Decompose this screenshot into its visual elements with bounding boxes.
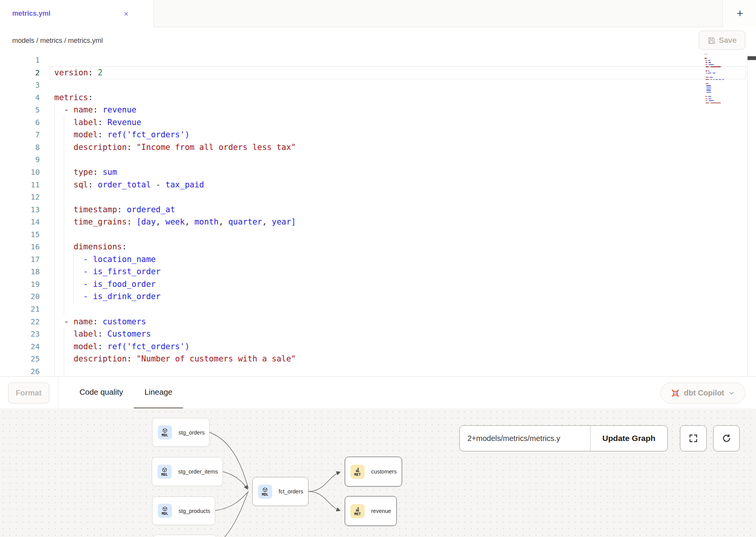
tab-code-quality[interactable]: Code quality: [69, 377, 134, 409]
code-line[interactable]: 18 - is_first_order: [0, 265, 756, 278]
node-stg-orders[interactable]: MDL stg_orders: [152, 418, 209, 447]
node-fct-orders[interactable]: MDL fct_orders: [252, 477, 308, 506]
code-text: - is_food_order: [54, 278, 156, 291]
code-line[interactable]: 3: [0, 79, 756, 91]
toolbar-divider: [58, 377, 58, 409]
code-line[interactable]: 10 type: sum: [0, 166, 756, 179]
code-text: - is_drink_order: [54, 290, 161, 303]
badge-kind: MET: [354, 512, 361, 516]
breadcrumb-row: models / metrics / metrics.yml Save: [0, 27, 756, 54]
line-number: 12: [0, 191, 40, 203]
lineage-canvas[interactable]: MDL stg_orders MDL stg_order_items MDL s…: [0, 408, 756, 537]
tab-metrics-yml[interactable]: metrics.yml ×: [0, 0, 154, 27]
node-revenue[interactable]: MET revenue: [345, 496, 397, 526]
code-line[interactable]: 16 dimensions:: [0, 241, 756, 253]
fullscreen-button[interactable]: [680, 425, 707, 451]
tab-lineage[interactable]: Lineage: [134, 377, 183, 409]
code-line[interactable]: 9: [0, 153, 756, 166]
code-line[interactable]: 14 time_grains: [day, week, month, quart…: [0, 216, 756, 228]
line-number: 9: [0, 153, 40, 166]
dbt-copilot-button[interactable]: dbt Copilot: [660, 382, 745, 404]
code-line[interactable]: 13 timestamp: ordered_at: [0, 203, 756, 216]
line-number: 13: [0, 203, 40, 216]
code-text: version: 2: [54, 67, 102, 79]
code-line[interactable]: 7 model: ref('fct_orders'): [0, 129, 756, 141]
cube-icon: [262, 487, 268, 493]
refresh-button[interactable]: [713, 425, 740, 451]
code-text: metrics:: [54, 91, 93, 104]
node-partial[interactable]: [153, 535, 217, 537]
dbt-copilot-icon: [671, 389, 680, 398]
fullscreen-icon: [688, 433, 698, 443]
code-line[interactable]: 4metrics:: [0, 91, 756, 104]
line-number: 23: [0, 328, 40, 340]
breadcrumb: models / metrics / metrics.yml: [12, 27, 103, 54]
node-label: revenue: [371, 508, 391, 514]
save-button[interactable]: Save: [699, 31, 745, 50]
code-line[interactable]: 24 model: ref('fct_orders'): [0, 340, 756, 353]
line-number: 8: [0, 141, 40, 154]
code-line[interactable]: 1: [0, 54, 756, 67]
update-graph-button[interactable]: Update Graph: [591, 426, 667, 451]
code-text: model: ref('fct_orders'): [54, 129, 190, 141]
line-number: 5: [0, 104, 40, 116]
badge-kind: MDL: [161, 473, 168, 477]
node-label: stg_orders: [178, 430, 205, 436]
code-line[interactable]: 2version: 2: [0, 67, 756, 79]
code-line[interactable]: 22 - name: customers: [0, 316, 756, 328]
line-number: 2: [0, 67, 40, 79]
line-number: 18: [0, 265, 40, 278]
code-line[interactable]: 21: [0, 303, 756, 316]
code-line[interactable]: 6 label: Revenue: [0, 116, 756, 129]
scrollbar-handle[interactable]: [748, 56, 756, 60]
code-line[interactable]: 15: [0, 228, 756, 241]
model-badge: MDL: [158, 504, 172, 518]
code-line[interactable]: 25 description: "Number of customers wit…: [0, 353, 756, 365]
code-text: - name: revenue: [54, 104, 136, 116]
line-number: 16: [0, 241, 40, 253]
format-button[interactable]: Format: [8, 382, 49, 404]
tab-title: metrics.yml: [12, 0, 50, 27]
code-text: model: ref('fct_orders'): [54, 340, 190, 353]
line-number: 10: [0, 166, 40, 179]
code-text: description: "Number of customers with a…: [54, 353, 296, 365]
code-line[interactable]: 5 - name: revenue: [0, 104, 756, 116]
code-text: label: Customers: [54, 328, 151, 340]
save-label: Save: [719, 36, 737, 45]
line-number: 25: [0, 353, 40, 365]
cube-icon: [162, 506, 168, 512]
code-text: type: sum: [54, 166, 117, 179]
save-icon: [707, 36, 715, 44]
cube-icon: [162, 428, 168, 433]
node-stg-order-items[interactable]: MDL stg_order_items: [152, 457, 223, 486]
code-line[interactable]: 12: [0, 191, 756, 203]
model-badge: MDL: [158, 425, 172, 439]
line-number: 4: [0, 91, 40, 104]
close-icon[interactable]: ×: [120, 8, 132, 20]
code-line[interactable]: 23 label: Customers: [0, 328, 756, 340]
line-number: 17: [0, 253, 40, 266]
line-number: 11: [0, 179, 40, 191]
minimap-row: [704, 104, 745, 106]
badge-kind: MDL: [162, 512, 168, 516]
code-line[interactable]: 17 - location_name: [0, 253, 756, 266]
new-tab-button[interactable]: +: [733, 7, 747, 21]
code-line[interactable]: 26: [0, 365, 756, 376]
code-line[interactable]: 19 - is_food_order: [0, 278, 756, 291]
line-number: 7: [0, 129, 40, 141]
code-line[interactable]: 20 - is_drink_order: [0, 290, 756, 303]
code-line[interactable]: 11 sql: order_total - tax_paid: [0, 179, 756, 191]
line-number: 15: [0, 228, 40, 241]
tab-bar: metrics.yml × +: [0, 0, 756, 27]
node-stg-products[interactable]: MDL stg_products: [152, 496, 215, 525]
node-label: stg_products: [178, 508, 210, 514]
minimap[interactable]: [704, 54, 745, 106]
line-number: 1: [0, 54, 40, 67]
model-badge: MDL: [157, 465, 172, 479]
lineage-filter-input[interactable]: [460, 426, 591, 451]
bar-chart-icon: [355, 467, 360, 473]
node-customers[interactable]: MET customers: [345, 457, 402, 487]
line-number: 19: [0, 278, 40, 291]
code-editor[interactable]: 12version: 234metrics:5 - name: revenue6…: [0, 54, 756, 376]
code-line[interactable]: 8 description: "Income from all orders l…: [0, 141, 756, 154]
